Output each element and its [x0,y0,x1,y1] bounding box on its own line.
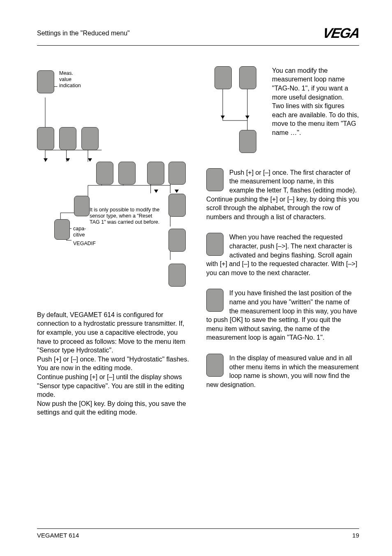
paragraph: Now push the [OK] key. By doing this, yo… [37,399,190,417]
diagram-node [168,229,186,252]
step-node-icon [206,168,224,191]
arrow-down-icon [66,158,70,162]
section-title: Settings in the "Reduced menu" [37,29,130,38]
arrow-down-icon [175,190,179,193]
paragraph: Continue pushing [+] or [–] until the di… [37,373,190,399]
diagram-node [54,219,70,240]
arrow-down-icon [44,158,48,162]
right-step-block: If you have finished the last position o… [206,289,359,342]
right-step-block: Push [+] or [–] once. The first characte… [206,168,359,222]
diagram-node [168,162,186,185]
diagram-node [81,127,99,150]
diagram-node [37,127,54,150]
vega-logo: VEGA [321,24,361,43]
paragraph: Push [+] or [–] once. The first characte… [206,168,359,222]
arrow-down-icon [221,116,225,119]
diagram-node [118,162,136,185]
diagram-node [168,264,186,287]
arrow-down-icon [245,116,249,119]
footer-page-number: 19 [352,531,359,540]
left-body-text: By default, VEGAMET 614 is configured fo… [37,310,190,417]
mini-flow-diagram [206,66,268,157]
diagram-node [239,66,256,89]
diagram-note: It is only possible to modify the sensor… [90,207,164,225]
diagram-node [74,196,90,216]
diagram-label-meas: Meas. value indication [59,70,81,89]
step-node-icon [206,354,224,377]
paragraph: If you have finished the last position o… [206,289,359,342]
page-footer: VEGAMET 614 19 [37,528,359,540]
diagram-node [168,194,186,217]
diagram-node [59,127,76,150]
diagram-label-capa: capa- citive [73,226,86,238]
page-header: Settings in the "Reduced menu" VEGA [37,24,359,46]
paragraph: When you have reached the requested char… [206,233,359,277]
paragraph: In the display of measured value and in … [206,354,359,389]
arrow-down-icon [154,190,158,193]
right-intro-block: You can modify the measurement loop name… [206,66,359,157]
paragraph: Push [+] or [–] once. The word "Hydrosta… [37,355,190,373]
arrow-down-icon [88,158,92,162]
diagram-node [214,66,232,89]
right-step-block: In the display of measured value and in … [206,354,359,389]
footer-product: VEGAMET 614 [37,531,79,540]
right-step-block: When you have reached the requested char… [206,233,359,277]
menu-flow-diagram: Meas. value indication [37,66,190,301]
paragraph: By default, VEGAMET 614 is configured fo… [37,310,190,355]
diagram-label-vegadif: VEGADIF [73,241,96,247]
diagram-node [96,162,113,185]
diagram-node [37,70,54,93]
step-node-icon [206,233,224,256]
diagram-node [239,130,256,153]
step-node-icon [206,289,224,312]
diagram-node [147,162,164,185]
